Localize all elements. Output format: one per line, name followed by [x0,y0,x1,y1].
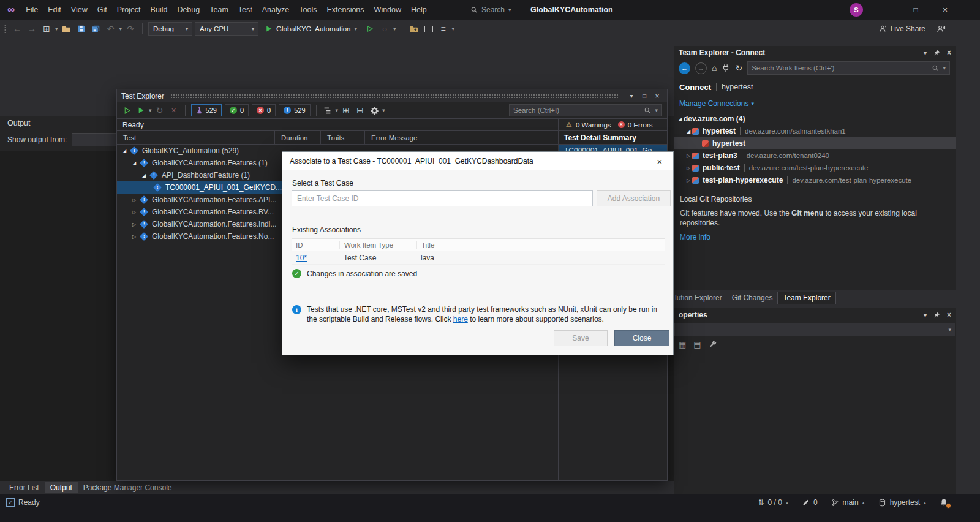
manage-connections-link[interactable]: Manage Connections ▾ [674,97,956,110]
chevron-down-icon[interactable]: ▾ [119,26,123,32]
more-info-link[interactable]: More info [674,233,956,241]
work-item-id-link[interactable]: 10* [296,254,307,262]
chevron-collapsed-icon[interactable]: ▷ [685,178,692,183]
add-association-button[interactable]: Add Association [597,190,671,206]
feedback-icon[interactable] [937,25,946,34]
chevron-down-icon[interactable]: ▾ [393,26,396,32]
column-header-traits[interactable]: Traits [321,131,365,144]
run-all-tests-icon[interactable] [121,104,133,117]
save-icon[interactable] [75,22,88,36]
start-debugging-button[interactable]: GlobalKYC_Automation ▾ [261,22,361,36]
chevron-expanded-icon[interactable]: ◢ [121,148,128,154]
close-icon[interactable]: × [947,311,951,319]
tab-team-explorer[interactable]: Team Explorer [777,292,835,304]
background-tasks-status[interactable]: ✓ Ready [6,498,40,507]
menu-project[interactable]: Project [112,0,146,20]
work-items-search-input[interactable] [752,64,928,72]
chevron-down-icon[interactable]: ▾ [336,107,339,113]
tab-error-list[interactable]: Error List [4,482,45,493]
pending-changes-button[interactable]: 0 [802,498,818,507]
test-search-box[interactable]: ▾ [509,104,662,116]
settings-gear-icon[interactable] [368,104,380,117]
close-icon[interactable]: × [652,91,663,101]
pin-icon[interactable] [933,50,940,56]
menu-team[interactable]: Team [205,0,233,20]
collection-tree-item[interactable]: ◢ hypertest dev.azure.com/salmantestkhan… [674,125,956,137]
window-layout-icon[interactable] [423,22,435,36]
errors-count[interactable]: 0 Errors [628,121,653,129]
branch-button[interactable]: main ▴ [831,498,865,507]
add-item-icon[interactable] [408,22,420,36]
start-without-debugging-icon[interactable] [364,22,376,36]
live-share-button[interactable]: Live Share [878,25,925,33]
filter-notrun-tests-button[interactable]: ! 529 [279,104,310,116]
close-button[interactable]: × [931,0,959,20]
menu-build[interactable]: Build [146,0,173,20]
menu-help[interactable]: Help [406,0,432,20]
filter-passed-tests-button[interactable]: ✓ 0 [225,104,249,116]
collection-tree-item[interactable]: ▷ public-test dev.azure.com/test-plan-hy… [674,162,956,174]
sync-status-button[interactable]: ⇅ 0 / 0 ▴ [758,498,788,507]
close-button[interactable]: Close [614,330,669,346]
pin-icon[interactable] [933,312,940,319]
project-tree-item-selected[interactable]: hypertest [674,137,956,149]
chevron-collapsed-icon[interactable]: ▷ [685,165,692,171]
column-header-duration[interactable]: Duration [275,131,321,144]
window-menu-icon[interactable]: ▾ [626,91,637,101]
team-explorer-header[interactable]: Team Explorer - Connect ▾ × [674,46,956,59]
collection-tree-item[interactable]: ▷ test-plan3 dev.azure.com/tenant0240 [674,149,956,162]
chevron-collapsed-icon[interactable]: ▷ [130,210,138,215]
new-project-icon[interactable]: ⊞ [40,22,53,36]
menu-extensions[interactable]: Extensions [322,0,369,20]
server-tree-item[interactable]: ◢ dev.azure.com (4) [674,113,956,125]
column-header-error-message[interactable]: Error Message [365,131,558,144]
save-button[interactable]: Save [554,330,608,346]
navigate-forward-icon[interactable]: → [26,22,38,36]
chevron-collapsed-icon[interactable]: ▷ [685,153,692,159]
menu-file[interactable]: File [21,0,43,20]
maximize-icon[interactable]: □ [639,91,650,101]
chevron-down-icon[interactable]: ▾ [382,107,385,113]
notifications-button[interactable] [940,498,948,507]
chevron-collapsed-icon[interactable]: ▷ [130,197,138,203]
test-search-input[interactable] [513,107,640,114]
menu-analyze[interactable]: Analyze [257,0,294,20]
navigate-back-button[interactable]: ← [679,62,690,74]
tab-solution-explorer[interactable]: lution Explorer [674,292,727,304]
repository-button[interactable]: hypertest ▴ [878,498,926,507]
refresh-icon[interactable]: ↻ [735,63,742,73]
chevron-expanded-icon[interactable]: ◢ [685,129,692,134]
menu-debug[interactable]: Debug [172,0,205,20]
chevron-collapsed-icon[interactable]: ▷ [130,234,138,240]
chevron-expanded-icon[interactable]: ◢ [140,173,148,178]
menu-edit[interactable]: Edit [43,0,66,20]
association-row[interactable]: 10* Test Case lava [292,251,665,265]
chevron-down-icon[interactable]: ▾ [943,65,946,71]
connections-plug-icon[interactable] [722,64,730,72]
toolbar-grip[interactable] [4,24,7,34]
cancel-run-icon[interactable]: × [168,104,180,117]
navigate-forward-button[interactable]: → [695,62,707,74]
tab-output[interactable]: Output [45,482,78,493]
navigate-back-icon[interactable]: ← [11,22,23,36]
tab-package-manager-console[interactable]: Package Manager Console [78,482,178,493]
profiler-icon[interactable]: ○ [379,22,391,36]
close-icon[interactable]: × [947,48,951,57]
chevron-down-icon[interactable]: ▾ [452,26,455,32]
collection-tree-item[interactable]: ▷ test-plan-hyperexecute dev.azure.com/t… [674,174,956,186]
work-items-search-box[interactable]: ▾ [747,61,950,75]
chevron-collapsed-icon[interactable]: ▷ [130,222,138,227]
menu-tools[interactable]: Tools [294,0,322,20]
window-drag-handle[interactable] [170,94,618,98]
home-icon[interactable]: ⌂ [712,63,717,73]
menu-git[interactable]: Git [92,0,112,20]
categorized-icon[interactable]: ▦ [679,340,686,349]
repeat-last-run-icon[interactable]: ↻ [154,104,166,117]
column-header-test[interactable]: Test [117,131,275,144]
chevron-down-icon[interactable]: ▾ [55,26,58,32]
minimize-button[interactable]: ─ [872,0,900,20]
test-case-id-input[interactable] [292,190,593,206]
avatar[interactable]: S [850,3,863,17]
menu-view[interactable]: View [66,0,92,20]
team-explorer-page-header[interactable]: Connect hypertest [674,78,956,96]
